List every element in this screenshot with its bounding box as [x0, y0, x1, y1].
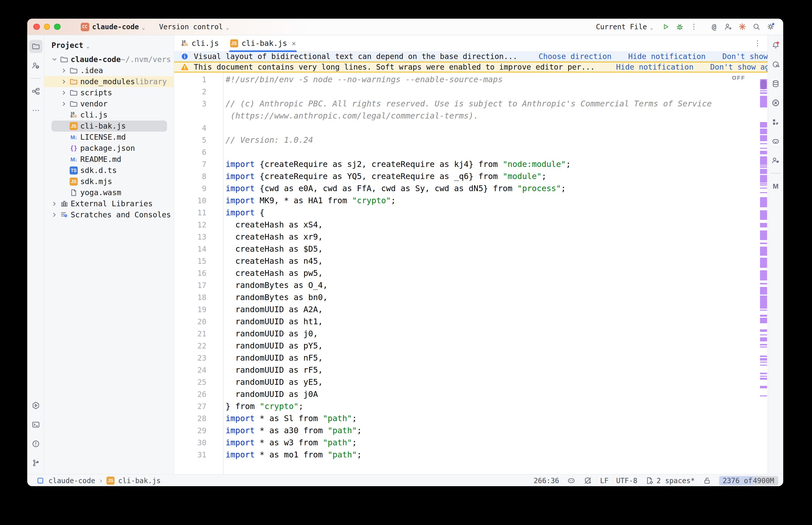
project-widget[interactable]: CC claude-code ⌄: [80, 22, 145, 31]
breadcrumb-project[interactable]: claude-code: [48, 476, 95, 484]
lib-file-icon: [60, 199, 69, 208]
vcs-change-mark: [760, 230, 767, 240]
tree-item-sdk-d-ts[interactable]: TS sdk.d.ts: [44, 165, 174, 176]
js-file-icon: JS: [70, 122, 78, 130]
tree-item-node-modules[interactable]: node_modules library: [44, 76, 174, 87]
notifications-button[interactable]: [769, 39, 782, 52]
left-tool-stripe: ?: [27, 35, 44, 474]
minimize-window-button[interactable]: [44, 24, 50, 30]
line-number: 22: [174, 340, 223, 352]
services-icon: [31, 401, 40, 410]
more-vertical-button[interactable]: [687, 20, 700, 33]
services-tool-button[interactable]: [29, 399, 42, 412]
analysis-off-widget[interactable]: OFF: [732, 75, 745, 81]
banner-link-hide-notification[interactable]: Hide notification: [628, 52, 706, 61]
structure-tool-button[interactable]: [29, 85, 42, 98]
vcs-change-mark: [760, 122, 767, 127]
zoom-window-button[interactable]: [54, 24, 60, 30]
run-button[interactable]: [659, 20, 672, 33]
tree-item-scripts[interactable]: scripts: [44, 87, 174, 98]
memory-indicator[interactable]: 2376 of 4900M: [719, 476, 778, 485]
editor-gutter: 1234567891011121314151617181920212223242…: [174, 73, 224, 474]
tab-cli-bak-js[interactable]: JScli-bak.js ×: [224, 35, 301, 51]
vcs-change-mark: [760, 356, 767, 357]
dependencies-tool-button[interactable]: [769, 116, 782, 129]
vcs-widget[interactable]: Version control ⌄: [159, 23, 229, 31]
tree-item-cli-bak-js[interactable]: JS cli-bak.js: [51, 121, 167, 132]
add-user-icon: [724, 22, 733, 31]
tab-options-button[interactable]: [751, 37, 764, 49]
caret-position-widget[interactable]: 266:36: [534, 476, 559, 484]
tree-item-package-json[interactable]: {} package.json: [44, 143, 174, 154]
copilot-tool-button[interactable]: [769, 135, 782, 148]
tree-item--idea[interactable]: .idea: [44, 65, 174, 76]
file-writable-icon[interactable]: [703, 476, 712, 485]
tree-item-label: Scratches and Consoles: [71, 210, 171, 220]
code-line: randomUUID as A2A,: [225, 304, 768, 316]
more-tools-button[interactable]: [29, 104, 42, 117]
x-tool-button[interactable]: [769, 96, 782, 109]
vcs-change-mark: [760, 365, 767, 366]
tree-item-license-md[interactable]: M↓ LICENSE.md: [44, 132, 174, 143]
tree-item-sdk-mjs[interactable]: JS sdk.mjs: [44, 176, 174, 187]
pull-requests-tool-button[interactable]: ?: [29, 59, 42, 72]
banner-link-don-t-show-again[interactable]: Don't show again: [710, 62, 768, 72]
editor-banner-warning: This document contains very long lines. …: [174, 61, 768, 73]
code-line: import * as a30 from "path";: [225, 425, 768, 437]
svg-text:?: ?: [36, 65, 38, 68]
vcs-change-mark: [760, 148, 767, 149]
version-control-tool-button[interactable]: [29, 456, 42, 469]
vcs-change-mark: [760, 192, 767, 193]
settings-button[interactable]: [764, 20, 777, 33]
line-number: 28: [174, 412, 223, 425]
tree-item-scratches-and-consoles[interactable]: Scratches and Consoles: [44, 209, 174, 220]
vcs-change-mark: [760, 165, 767, 166]
chevron-right-icon: [60, 88, 69, 97]
database-tool-button[interactable]: [769, 77, 782, 90]
claude-button[interactable]: [736, 20, 749, 33]
close-window-button[interactable]: [33, 24, 40, 30]
markdown-tool-button[interactable]: M: [769, 180, 782, 193]
indent-config-icon: [645, 476, 654, 485]
line-number: 25: [174, 376, 223, 388]
add-user-button[interactable]: [722, 20, 735, 33]
debug-button[interactable]: [673, 20, 686, 33]
problems-tool-button[interactable]: [29, 437, 42, 450]
tab-cli-js[interactable]: 100JScli.js: [176, 35, 224, 51]
scrollbar-thumb[interactable]: [761, 80, 767, 89]
tree-item-cli-js[interactable]: 100JS cli.js: [44, 109, 174, 121]
tree-item-external-libraries[interactable]: External Libraries: [44, 198, 174, 209]
code-line: import MK9, * as HA1 from "crypto";: [225, 195, 768, 207]
code-line: import {createRequire as YQ5, createRequ…: [225, 170, 768, 183]
tree-item-yoga-wasm[interactable]: yoga.wasm: [44, 187, 174, 198]
tree-item-label: yoga.wasm: [80, 188, 121, 197]
tree-item-label: node_modules: [80, 77, 135, 86]
breadcrumb[interactable]: claude-code › JS cli-bak.js: [36, 476, 161, 485]
run-config-widget[interactable]: Current File ⌄: [596, 23, 653, 31]
ai-assistant-button[interactable]: [769, 58, 782, 71]
vcs-change-mark: [760, 315, 767, 317]
chevron-right-icon: [60, 99, 69, 108]
breadcrumb-file[interactable]: cli-bak.js: [118, 476, 161, 484]
code-with-me-button[interactable]: [769, 154, 782, 167]
tree-item-vendor[interactable]: vendor: [44, 98, 174, 109]
indent-widget[interactable]: 2 spaces*: [645, 476, 695, 485]
encoding-widget[interactable]: UTF-8: [616, 476, 637, 484]
editor[interactable]: 1234567891011121314151617181920212223242…: [174, 73, 768, 474]
code-area[interactable]: #!/usr/bin/env -S node --no-warnings --e…: [224, 73, 768, 474]
close-tab-icon[interactable]: ×: [292, 39, 296, 47]
copilot-status-icon[interactable]: [567, 476, 576, 485]
terminal-tool-button[interactable]: [29, 418, 42, 431]
editor-scrollbar[interactable]: [760, 73, 767, 474]
project-tool-button[interactable]: [29, 40, 42, 53]
inspections-off-icon[interactable]: [584, 476, 592, 485]
search-button[interactable]: [750, 20, 763, 33]
banner-link-choose-direction[interactable]: Choose direction: [538, 52, 611, 61]
banner-link-hide-notification[interactable]: Hide notification: [616, 62, 693, 72]
tree-item-readme-md[interactable]: M↓ README.md: [44, 154, 174, 165]
tree-item-claude-code[interactable]: claude-code ~/.nvm/vers: [44, 54, 174, 65]
tree-header[interactable]: Project ⌄: [44, 39, 174, 52]
line-separator-widget[interactable]: LF: [600, 476, 609, 484]
banner-link-don-t-show-again[interactable]: Don't show again: [722, 52, 768, 61]
mention-button[interactable]: @: [708, 20, 721, 33]
